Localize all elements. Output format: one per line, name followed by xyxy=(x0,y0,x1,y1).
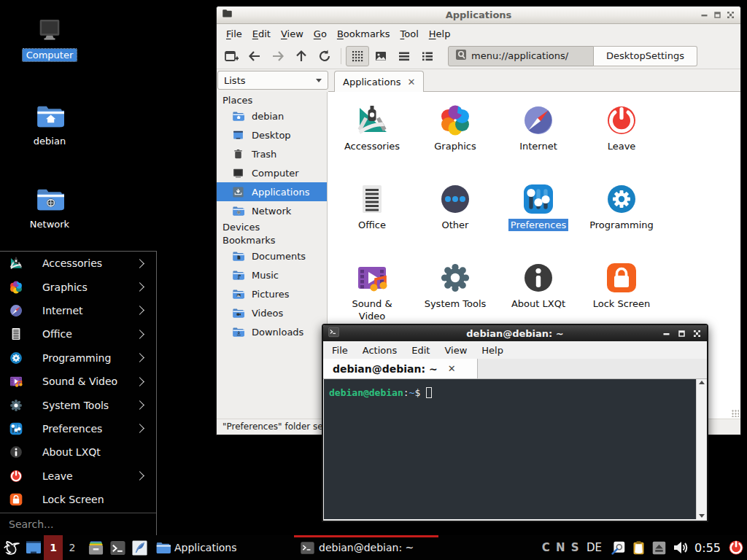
scroll-up-icon[interactable] xyxy=(699,381,705,384)
scroll-down-icon[interactable] xyxy=(699,514,705,518)
terminal-menu-edit[interactable]: Edit xyxy=(411,345,430,356)
reload-button[interactable] xyxy=(313,46,336,66)
sidebar-item-pictures[interactable]: Pictures xyxy=(217,284,327,303)
icon-view-button[interactable] xyxy=(346,46,369,66)
terminal-screen[interactable]: debian@debian:~$ xyxy=(324,379,696,519)
menu-item-internet[interactable]: Internet xyxy=(0,299,156,322)
pager-desktop-2[interactable]: 2 xyxy=(63,535,82,560)
folder-system-tools[interactable]: System Tools xyxy=(414,260,497,310)
eject-tray-icon[interactable] xyxy=(651,540,667,556)
task-debian-debian-[interactable]: debian@debian: ~ xyxy=(294,535,438,560)
new-tab-button[interactable] xyxy=(220,46,243,66)
up-button[interactable] xyxy=(290,46,313,66)
quicklaunch-pcmanfm-icon[interactable] xyxy=(85,535,107,560)
menu-item-sound-video[interactable]: Sound & Video xyxy=(0,370,156,393)
folder-about-lxqt[interactable]: About LXQt xyxy=(497,260,580,310)
terminal-scrollbar[interactable] xyxy=(696,379,706,519)
menu-item-label: Preferences xyxy=(42,423,136,435)
fm-close-button[interactable] xyxy=(727,10,734,20)
terminal-titlebar[interactable]: debian@debian: ~ xyxy=(323,325,707,341)
folder-leave[interactable]: Leave xyxy=(580,103,663,152)
fm-minimize-button[interactable] xyxy=(701,10,708,20)
path-segment[interactable]: menu://applications/ xyxy=(448,46,594,66)
folder-accessories[interactable]: Accessories xyxy=(330,103,414,152)
fm-menu-view[interactable]: View xyxy=(276,26,309,42)
fm-menu-file[interactable]: File xyxy=(221,26,247,42)
sidebar-item-debian[interactable]: debian xyxy=(217,106,327,125)
quicklaunch-featherpad-icon[interactable] xyxy=(128,535,150,560)
pager-desktop-1[interactable]: 1 xyxy=(44,535,63,560)
sidebar-item-videos[interactable]: Videos xyxy=(217,303,327,322)
quicklaunch-qterminal-icon[interactable] xyxy=(107,535,128,560)
menu-item-programming[interactable]: Programming xyxy=(0,346,156,370)
folder-graphics[interactable]: Graphics xyxy=(414,103,497,152)
folder-internet[interactable]: Internet xyxy=(497,103,580,152)
fm-tab-applications[interactable]: Applications ✕ xyxy=(334,71,424,92)
menu-item-system-tools[interactable]: System Tools xyxy=(0,393,156,416)
sidebar-item-trash[interactable]: Trash xyxy=(217,144,327,163)
menu-search-input[interactable]: Search... xyxy=(0,513,156,535)
folder-lock-screen[interactable]: Lock Screen xyxy=(580,260,663,310)
menu-item-office[interactable]: Office xyxy=(0,322,156,346)
menu-item-label: Lock Screen xyxy=(42,494,149,505)
fm-menu-edit[interactable]: Edit xyxy=(247,26,276,42)
path-desktopsettings-button[interactable]: DesktopSettings xyxy=(594,46,697,66)
folder-preferences[interactable]: Preferences xyxy=(497,182,580,231)
terminal-menu-help[interactable]: Help xyxy=(481,345,503,356)
volume-tray-icon[interactable] xyxy=(672,539,689,556)
menu-item-graphics[interactable]: Graphics xyxy=(0,275,156,298)
sidebar-item-desktop[interactable]: Desktop xyxy=(217,125,327,144)
sidebar-item-documents[interactable]: Documents xyxy=(217,246,327,265)
screenshot-tray-icon[interactable] xyxy=(611,540,626,556)
folder-sound-video[interactable]: Sound & Video xyxy=(330,260,414,322)
clipboard-tray-icon[interactable] xyxy=(631,540,646,556)
fm-menu-help[interactable]: Help xyxy=(424,26,456,42)
folder-programming[interactable]: Programming xyxy=(580,182,663,231)
terminal-close-button[interactable] xyxy=(694,329,700,338)
desktop-icon-computer[interactable]: Computer xyxy=(15,16,85,61)
sidebar-item-applications[interactable]: Applications xyxy=(217,182,327,201)
power-button[interactable] xyxy=(727,539,745,556)
fm-titlebar[interactable]: Applications xyxy=(217,7,740,24)
tab-close-icon[interactable]: ✕ xyxy=(407,77,415,88)
fm-menu-bookmarks[interactable]: Bookmarks xyxy=(332,26,395,42)
folder-office[interactable]: Office xyxy=(330,182,414,231)
fm-menu-tool[interactable]: Tool xyxy=(395,26,424,42)
menu-item-accessories[interactable]: Accessories xyxy=(0,252,156,275)
desktop-icon-label: Network xyxy=(26,218,73,230)
detailed-view-button[interactable] xyxy=(416,46,439,66)
desktop-icon-network[interactable]: Network xyxy=(15,185,85,230)
sidepane-mode-combo[interactable]: Lists xyxy=(217,71,328,90)
folder-other[interactable]: Other xyxy=(414,182,497,231)
keyboard-indicator[interactable]: C N S xyxy=(542,541,580,554)
clock[interactable]: 0:55 xyxy=(694,541,721,555)
keyboard-layout[interactable]: DE xyxy=(587,541,602,554)
terminal-maximize-button[interactable] xyxy=(678,329,685,338)
resize-grip[interactable] xyxy=(732,410,739,417)
terminal-menu-file[interactable]: File xyxy=(332,345,348,356)
sidebar-item-network[interactable]: Network xyxy=(217,201,327,220)
terminal-tab[interactable]: debian@debian: ~ ✕ xyxy=(323,359,478,378)
back-button[interactable] xyxy=(243,46,266,66)
forward-button[interactable] xyxy=(266,46,290,66)
compact-view-button[interactable] xyxy=(392,46,416,66)
show-desktop-button[interactable] xyxy=(23,535,44,560)
fm-sidebar: PlacesdebianDesktopTrashComputerApplicat… xyxy=(217,92,328,419)
menu-item-lock-screen[interactable]: Lock Screen xyxy=(0,488,156,511)
terminal-menu-actions[interactable]: Actions xyxy=(363,345,398,356)
fm-menu-go[interactable]: Go xyxy=(309,26,332,42)
menu-item-leave[interactable]: Leave xyxy=(0,464,156,488)
sidebar-item-downloads[interactable]: Downloads xyxy=(217,322,327,341)
sidebar-item-music[interactable]: Music xyxy=(217,265,327,284)
terminal-menu-view[interactable]: View xyxy=(444,345,467,356)
menu-item-about-lxqt[interactable]: About LXQt xyxy=(0,440,156,464)
fm-maximize-button[interactable] xyxy=(714,10,721,20)
task-applications[interactable]: Applications xyxy=(150,535,294,560)
terminal-tab-close-icon[interactable]: ✕ xyxy=(448,363,456,374)
menu-item-preferences[interactable]: Preferences xyxy=(0,417,156,440)
start-menu-button[interactable] xyxy=(0,535,23,560)
thumbnail-view-button[interactable] xyxy=(369,46,392,66)
sidebar-item-computer[interactable]: Computer xyxy=(217,163,327,182)
terminal-minimize-button[interactable] xyxy=(663,329,670,338)
desktop-icon-debian[interactable]: debian xyxy=(15,102,85,147)
